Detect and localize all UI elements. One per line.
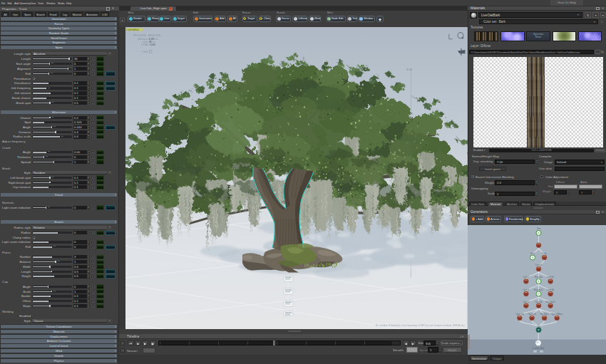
svg-text:Selection: 4,581 tris: Selection: 4,581 tris — [138, 37, 158, 40]
svg-text:# Verts: # Verts — [141, 50, 148, 53]
svg-text:Branches2: Branches2 — [534, 288, 543, 291]
svg-text:9.07: 9.07 — [406, 67, 413, 71]
svg-text:Trunk: Trunk — [542, 251, 547, 254]
svg-text:TOTAL: 4,581: TOTAL: 4,581 — [141, 43, 155, 46]
svg-text:LiveOakBark: LiveOakBark — [127, 28, 140, 31]
svg-text:Level 2b: Level 2b — [547, 276, 554, 279]
svg-text:Ball Moss: Ball Moss — [540, 312, 549, 315]
svg-text:Level 4b: Level 4b — [535, 300, 543, 303]
svg-text:Branches3: Branches3 — [546, 300, 555, 303]
svg-text:Level 4: Level 4 — [523, 300, 530, 303]
svg-text:Level 2: Level 2 — [523, 276, 530, 279]
svg-text:Branches: Branches — [535, 276, 543, 279]
svg-text:Leaves A: Leaves A — [515, 312, 523, 315]
svg-text:SpanishMoss: SpanishMoss — [551, 312, 563, 315]
svg-text:Cap: Cap — [537, 324, 540, 327]
svg-text:POLYGONS - SELECTED: POLYGONS - SELECTED — [133, 34, 161, 37]
svg-text:Tree: Tree — [537, 227, 541, 230]
svg-text:Knot: Knot — [530, 251, 535, 254]
svg-text:Level 1: Level 1 — [535, 264, 542, 266]
svg-text:LiveOak_High: LiveOak_High — [533, 346, 545, 349]
svg-text:Level 3: Level 3 — [523, 288, 530, 291]
svg-text:Level 3b: Level 3b — [547, 288, 554, 291]
svg-text:LoDs: 80 tris: LoDs: 80 tris — [143, 41, 156, 43]
svg-text:Leaves B: Leaves B — [528, 312, 536, 315]
svg-text:GL vendor: 4 frame(s); Last ti: GL vendor: 4 frame(s); Last timestep: 0.… — [376, 324, 466, 327]
